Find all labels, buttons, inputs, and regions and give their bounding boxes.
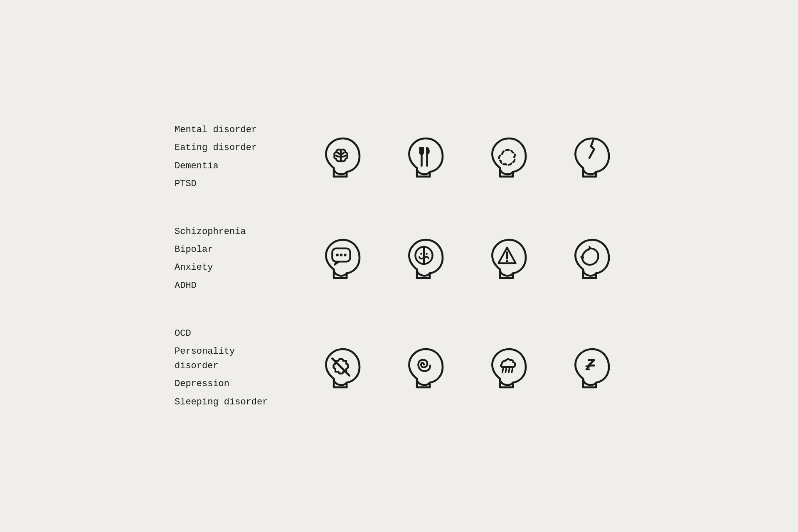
svg-point-17 <box>420 253 422 255</box>
svg-line-27 <box>502 369 503 372</box>
adhd-icon <box>557 225 623 292</box>
svg-line-30 <box>512 369 512 372</box>
schizophrenia-icon <box>308 225 374 292</box>
label-dementia: Dementia <box>175 159 283 173</box>
label-sleeping-disorder: Sleeping disorder <box>175 395 283 409</box>
label-depression: Depression <box>175 377 283 391</box>
mental-disorder-icon <box>308 124 374 190</box>
eating-disorder-icon <box>391 124 457 190</box>
row-1: Mental disorder Eating disorder Dementia… <box>175 123 623 191</box>
label-schizophrenia: Schizophrenia <box>175 224 283 239</box>
icons-row-2 <box>308 225 623 292</box>
svg-line-28 <box>505 369 506 372</box>
label-ptsd: PTSD <box>175 177 283 191</box>
svg-point-18 <box>426 253 428 255</box>
depression-icon <box>474 335 540 401</box>
label-anxiety: Anxiety <box>175 260 283 275</box>
icons-row-3 <box>308 335 623 401</box>
label-adhd: ADHD <box>175 278 283 293</box>
label-personality-disorder: Personality disorder <box>175 344 283 373</box>
row-3: OCD Personality disorder Depression Slee… <box>175 326 623 409</box>
dementia-icon <box>474 124 540 190</box>
label-mental-disorder: Mental disorder <box>175 123 283 137</box>
svg-point-21 <box>506 260 508 262</box>
labels-row-3: OCD Personality disorder Depression Slee… <box>175 326 283 409</box>
icons-row-1 <box>308 124 623 190</box>
labels-row-1: Mental disorder Eating disorder Dementia… <box>175 123 283 191</box>
label-ocd: OCD <box>175 326 283 341</box>
main-container: Mental disorder Eating disorder Dementia… <box>175 123 623 409</box>
svg-point-12 <box>340 254 343 257</box>
sleeping-disorder-icon <box>557 335 623 401</box>
anxiety-icon <box>474 225 540 292</box>
svg-line-29 <box>509 369 510 372</box>
svg-point-11 <box>336 254 339 257</box>
personality-disorder-icon <box>391 335 457 401</box>
label-eating-disorder: Eating disorder <box>175 140 283 155</box>
ocd-icon <box>308 335 374 401</box>
ptsd-icon <box>557 124 623 190</box>
row-2: Schizophrenia Bipolar Anxiety ADHD <box>175 224 623 293</box>
label-bipolar: Bipolar <box>175 242 283 257</box>
bipolar-icon <box>391 225 457 292</box>
svg-point-13 <box>344 254 347 257</box>
labels-row-2: Schizophrenia Bipolar Anxiety ADHD <box>175 224 283 293</box>
